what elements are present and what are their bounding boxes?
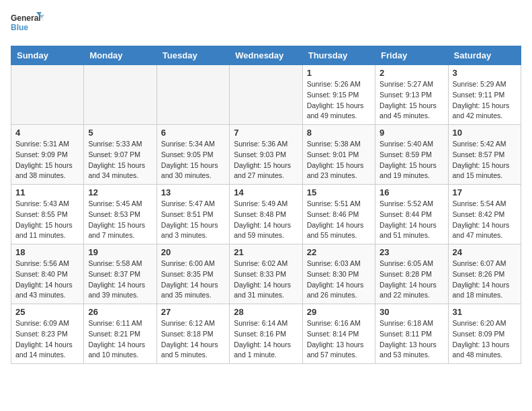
day-number: 31 bbox=[453, 307, 517, 317]
day-number: 3 bbox=[453, 68, 517, 78]
calendar-cell: 6Sunrise: 5:34 AMSunset: 9:05 PMDaylight… bbox=[157, 125, 229, 185]
calendar-week-1: 1Sunrise: 5:26 AMSunset: 9:15 PMDaylight… bbox=[11, 65, 521, 125]
weekday-header-sunday: Sunday bbox=[11, 46, 84, 65]
day-number: 14 bbox=[234, 187, 298, 197]
calendar-cell: 24Sunrise: 6:07 AMSunset: 8:26 PMDayligh… bbox=[448, 244, 521, 304]
calendar-cell: 17Sunrise: 5:54 AMSunset: 8:42 PMDayligh… bbox=[448, 185, 521, 244]
day-info: Sunrise: 6:18 AMSunset: 8:11 PMDaylight:… bbox=[380, 318, 443, 361]
day-number: 27 bbox=[161, 307, 225, 317]
calendar-cell bbox=[11, 65, 84, 125]
calendar-cell: 8Sunrise: 5:38 AMSunset: 9:01 PMDaylight… bbox=[302, 125, 375, 185]
calendar-cell bbox=[84, 65, 157, 125]
calendar-cell: 15Sunrise: 5:51 AMSunset: 8:46 PMDayligh… bbox=[302, 185, 375, 244]
calendar-cell: 28Sunrise: 6:14 AMSunset: 8:16 PMDayligh… bbox=[230, 304, 302, 364]
calendar-week-5: 25Sunrise: 6:09 AMSunset: 8:23 PMDayligh… bbox=[11, 304, 521, 364]
calendar-table: SundayMondayTuesdayWednesdayThursdayFrid… bbox=[11, 46, 521, 364]
day-number: 6 bbox=[161, 128, 225, 138]
day-number: 13 bbox=[161, 187, 225, 197]
calendar-cell bbox=[157, 65, 229, 125]
day-info: Sunrise: 6:16 AMSunset: 8:14 PMDaylight:… bbox=[307, 318, 371, 361]
weekday-header-saturday: Saturday bbox=[448, 46, 521, 65]
calendar-cell: 9Sunrise: 5:40 AMSunset: 8:59 PMDaylight… bbox=[375, 125, 448, 185]
calendar-cell: 16Sunrise: 5:52 AMSunset: 8:44 PMDayligh… bbox=[375, 185, 448, 244]
day-number: 17 bbox=[453, 187, 517, 197]
day-info: Sunrise: 5:52 AMSunset: 8:44 PMDaylight:… bbox=[380, 199, 443, 241]
day-info: Sunrise: 6:14 AMSunset: 8:16 PMDaylight:… bbox=[234, 318, 298, 361]
calendar-cell: 4Sunrise: 5:31 AMSunset: 9:09 PMDaylight… bbox=[11, 125, 84, 185]
calendar-cell: 19Sunrise: 5:58 AMSunset: 8:37 PMDayligh… bbox=[84, 244, 157, 304]
day-info: Sunrise: 6:09 AMSunset: 8:23 PMDaylight:… bbox=[15, 318, 79, 361]
page-header: General Blue bbox=[11, 11, 521, 38]
weekday-header-thursday: Thursday bbox=[302, 46, 375, 65]
day-number: 12 bbox=[88, 187, 152, 197]
day-number: 9 bbox=[380, 128, 443, 138]
calendar-header: SundayMondayTuesdayWednesdayThursdayFrid… bbox=[11, 46, 521, 65]
day-number: 11 bbox=[15, 187, 79, 197]
calendar-cell: 21Sunrise: 6:02 AMSunset: 8:33 PMDayligh… bbox=[230, 244, 302, 304]
calendar-body: 1Sunrise: 5:26 AMSunset: 9:15 PMDaylight… bbox=[11, 65, 521, 364]
day-number: 7 bbox=[234, 128, 298, 138]
header-row: SundayMondayTuesdayWednesdayThursdayFrid… bbox=[11, 46, 521, 65]
day-info: Sunrise: 6:02 AMSunset: 8:33 PMDaylight:… bbox=[234, 259, 298, 301]
calendar-cell: 29Sunrise: 6:16 AMSunset: 8:14 PMDayligh… bbox=[302, 304, 375, 364]
day-number: 29 bbox=[307, 307, 371, 317]
day-info: Sunrise: 5:42 AMSunset: 8:57 PMDaylight:… bbox=[453, 139, 517, 181]
day-info: Sunrise: 6:07 AMSunset: 8:26 PMDaylight:… bbox=[453, 259, 517, 301]
calendar-cell: 20Sunrise: 6:00 AMSunset: 8:35 PMDayligh… bbox=[157, 244, 229, 304]
day-info: Sunrise: 6:20 AMSunset: 8:09 PMDaylight:… bbox=[453, 318, 517, 361]
calendar-cell: 1Sunrise: 5:26 AMSunset: 9:15 PMDaylight… bbox=[302, 65, 375, 125]
day-info: Sunrise: 5:43 AMSunset: 8:55 PMDaylight:… bbox=[15, 199, 79, 241]
calendar-week-2: 4Sunrise: 5:31 AMSunset: 9:09 PMDaylight… bbox=[11, 125, 521, 185]
day-info: Sunrise: 5:47 AMSunset: 8:51 PMDaylight:… bbox=[161, 199, 225, 241]
day-number: 21 bbox=[234, 247, 298, 257]
day-info: Sunrise: 5:58 AMSunset: 8:37 PMDaylight:… bbox=[88, 259, 152, 301]
day-number: 10 bbox=[453, 128, 517, 138]
logo: General Blue bbox=[11, 11, 44, 38]
day-number: 5 bbox=[88, 128, 152, 138]
calendar-cell: 2Sunrise: 5:27 AMSunset: 9:13 PMDaylight… bbox=[375, 65, 448, 125]
day-number: 19 bbox=[88, 247, 152, 257]
day-info: Sunrise: 6:05 AMSunset: 8:28 PMDaylight:… bbox=[380, 259, 443, 301]
day-number: 18 bbox=[15, 247, 79, 257]
day-info: Sunrise: 5:26 AMSunset: 9:15 PMDaylight:… bbox=[307, 79, 371, 122]
day-info: Sunrise: 5:34 AMSunset: 9:05 PMDaylight:… bbox=[161, 139, 225, 181]
day-info: Sunrise: 5:51 AMSunset: 8:46 PMDaylight:… bbox=[307, 199, 371, 241]
logo-svg: General Blue bbox=[11, 11, 44, 38]
day-number: 28 bbox=[234, 307, 298, 317]
day-info: Sunrise: 6:03 AMSunset: 8:30 PMDaylight:… bbox=[307, 259, 371, 301]
day-number: 25 bbox=[15, 307, 79, 317]
day-number: 23 bbox=[380, 247, 443, 257]
day-number: 24 bbox=[453, 247, 517, 257]
day-number: 30 bbox=[380, 307, 443, 317]
calendar-cell: 22Sunrise: 6:03 AMSunset: 8:30 PMDayligh… bbox=[302, 244, 375, 304]
calendar-cell: 13Sunrise: 5:47 AMSunset: 8:51 PMDayligh… bbox=[157, 185, 229, 244]
day-info: Sunrise: 5:45 AMSunset: 8:53 PMDaylight:… bbox=[88, 199, 152, 241]
calendar-cell: 27Sunrise: 6:12 AMSunset: 8:18 PMDayligh… bbox=[157, 304, 229, 364]
svg-text:General: General bbox=[11, 13, 41, 23]
day-number: 15 bbox=[307, 187, 371, 197]
calendar-cell: 30Sunrise: 6:18 AMSunset: 8:11 PMDayligh… bbox=[375, 304, 448, 364]
day-info: Sunrise: 5:27 AMSunset: 9:13 PMDaylight:… bbox=[380, 79, 443, 122]
day-info: Sunrise: 5:49 AMSunset: 8:48 PMDaylight:… bbox=[234, 199, 298, 241]
day-info: Sunrise: 5:38 AMSunset: 9:01 PMDaylight:… bbox=[307, 139, 371, 181]
day-number: 22 bbox=[307, 247, 371, 257]
day-info: Sunrise: 5:54 AMSunset: 8:42 PMDaylight:… bbox=[453, 199, 517, 241]
weekday-header-wednesday: Wednesday bbox=[230, 46, 302, 65]
svg-text:Blue: Blue bbox=[11, 23, 28, 32]
calendar-cell: 12Sunrise: 5:45 AMSunset: 8:53 PMDayligh… bbox=[84, 185, 157, 244]
day-info: Sunrise: 5:36 AMSunset: 9:03 PMDaylight:… bbox=[234, 139, 298, 181]
day-number: 8 bbox=[307, 128, 371, 138]
calendar-cell: 18Sunrise: 5:56 AMSunset: 8:40 PMDayligh… bbox=[11, 244, 84, 304]
day-number: 2 bbox=[380, 68, 443, 78]
calendar-week-4: 18Sunrise: 5:56 AMSunset: 8:40 PMDayligh… bbox=[11, 244, 521, 304]
calendar-cell: 23Sunrise: 6:05 AMSunset: 8:28 PMDayligh… bbox=[375, 244, 448, 304]
calendar-cell: 14Sunrise: 5:49 AMSunset: 8:48 PMDayligh… bbox=[230, 185, 302, 244]
day-number: 4 bbox=[15, 128, 79, 138]
day-number: 20 bbox=[161, 247, 225, 257]
day-number: 16 bbox=[380, 187, 443, 197]
calendar-cell: 5Sunrise: 5:33 AMSunset: 9:07 PMDaylight… bbox=[84, 125, 157, 185]
calendar-cell bbox=[230, 65, 302, 125]
calendar-cell: 11Sunrise: 5:43 AMSunset: 8:55 PMDayligh… bbox=[11, 185, 84, 244]
day-info: Sunrise: 5:40 AMSunset: 8:59 PMDaylight:… bbox=[380, 139, 443, 181]
day-number: 26 bbox=[88, 307, 152, 317]
